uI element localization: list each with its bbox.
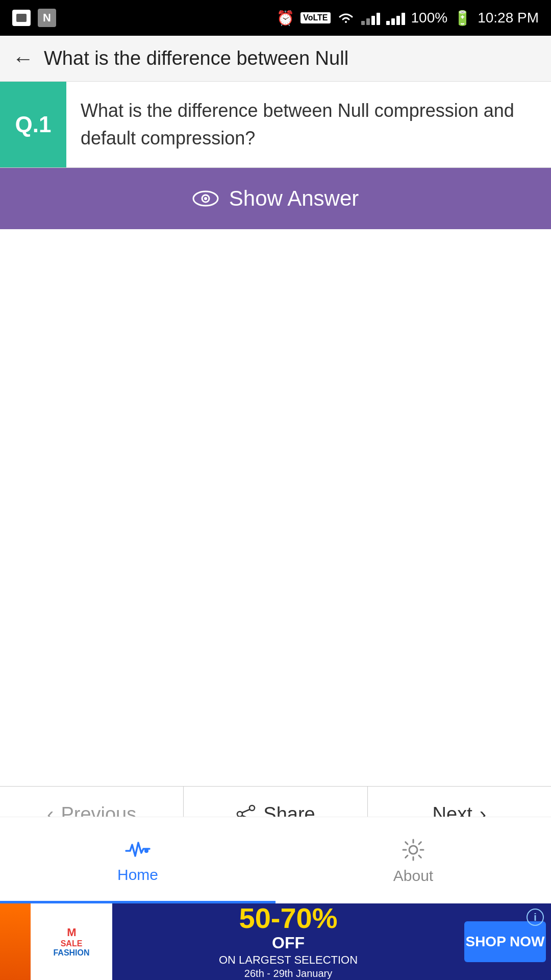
svg-point-9 bbox=[409, 846, 417, 854]
ad-sale-text: SALE bbox=[61, 939, 83, 948]
show-answer-button[interactable]: Show Answer bbox=[0, 168, 551, 229]
gear-icon bbox=[400, 837, 427, 863]
question-number: Q.1 bbox=[15, 112, 52, 137]
tab-home[interactable]: Home bbox=[0, 817, 276, 903]
ad-dates: 26th - 29th January bbox=[244, 968, 332, 979]
signal-icon bbox=[361, 11, 380, 25]
page-title: What is the difference between Null bbox=[44, 47, 539, 69]
status-bar-right: ⏰ VoLTE 100% 🔋 10:28 PM bbox=[277, 10, 539, 27]
battery-percent: 100% bbox=[411, 10, 448, 26]
ad-logo: M SALE FASHION bbox=[31, 903, 112, 980]
ad-info-icon[interactable]: i bbox=[527, 909, 544, 926]
question-card: Q.1 What is the difference between Null … bbox=[0, 82, 551, 168]
ad-strip bbox=[0, 903, 31, 980]
tab-about-label: About bbox=[393, 867, 433, 885]
ad-subtext: FASHION bbox=[53, 948, 89, 958]
time: 10:28 PM bbox=[478, 10, 539, 26]
ad-shop-label: SHOP NOW bbox=[465, 933, 544, 950]
signal-icon-2 bbox=[386, 11, 405, 25]
svg-line-6 bbox=[242, 810, 249, 813]
ad-banner[interactable]: M SALE FASHION 50-70% OFF ON LARGEST SEL… bbox=[0, 903, 551, 980]
tab-bar: Home About bbox=[0, 817, 551, 903]
svg-point-3 bbox=[249, 805, 255, 811]
question-text: What is the difference between Null comp… bbox=[81, 97, 537, 152]
content-area bbox=[0, 229, 551, 668]
ad-shop-button[interactable]: SHOP NOW bbox=[464, 921, 546, 962]
n-icon: N bbox=[38, 9, 56, 27]
header: ← What is the difference between Null bbox=[0, 36, 551, 82]
svg-point-2 bbox=[204, 197, 207, 200]
eye-icon bbox=[192, 189, 219, 208]
ad-content: 50-70% OFF ON LARGEST SELECTION 26th - 2… bbox=[112, 904, 464, 979]
svg-point-8 bbox=[144, 849, 148, 853]
status-bar-left: N bbox=[12, 9, 56, 27]
svg-point-4 bbox=[237, 812, 242, 817]
battery-icon: 🔋 bbox=[454, 10, 471, 27]
ad-off: OFF bbox=[272, 934, 305, 952]
home-icon bbox=[124, 835, 152, 862]
tab-about[interactable]: About bbox=[276, 817, 551, 903]
show-answer-label: Show Answer bbox=[229, 186, 359, 211]
status-bar: N ⏰ VoLTE 100% 🔋 10:28 PM bbox=[0, 0, 551, 36]
tab-home-label: Home bbox=[117, 866, 158, 884]
ad-logo-text: M bbox=[67, 926, 76, 939]
ad-tagline: ON LARGEST SELECTION bbox=[219, 953, 358, 967]
question-number-block: Q.1 bbox=[0, 82, 66, 167]
ad-discount: 50-70% bbox=[239, 904, 337, 933]
back-button[interactable]: ← bbox=[12, 46, 34, 71]
volte-badge: VoLTE bbox=[300, 12, 330, 23]
question-text-block: What is the difference between Null comp… bbox=[66, 82, 551, 167]
wifi-icon bbox=[337, 11, 355, 25]
clock-icon: ⏰ bbox=[277, 10, 294, 27]
photo-icon bbox=[12, 10, 31, 26]
